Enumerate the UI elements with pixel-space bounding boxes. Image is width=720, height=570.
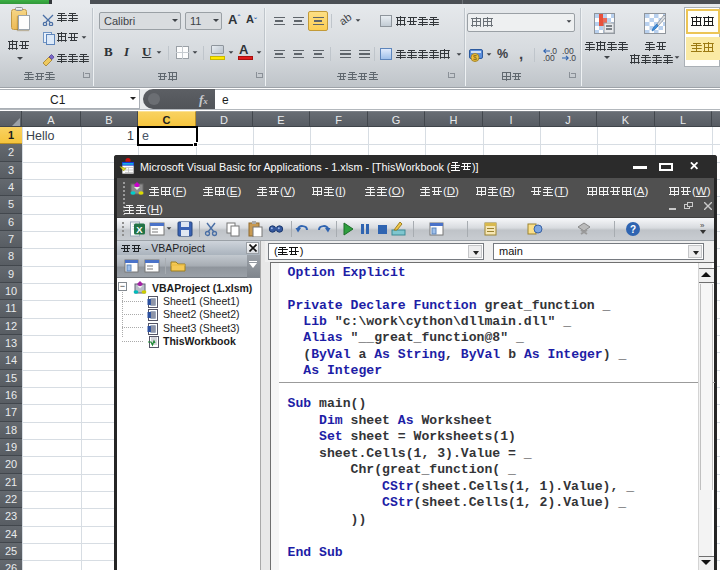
svg-text:?: ? xyxy=(630,224,636,235)
svg-text:$: $ xyxy=(473,54,477,61)
svg-text:X: X xyxy=(136,224,143,235)
